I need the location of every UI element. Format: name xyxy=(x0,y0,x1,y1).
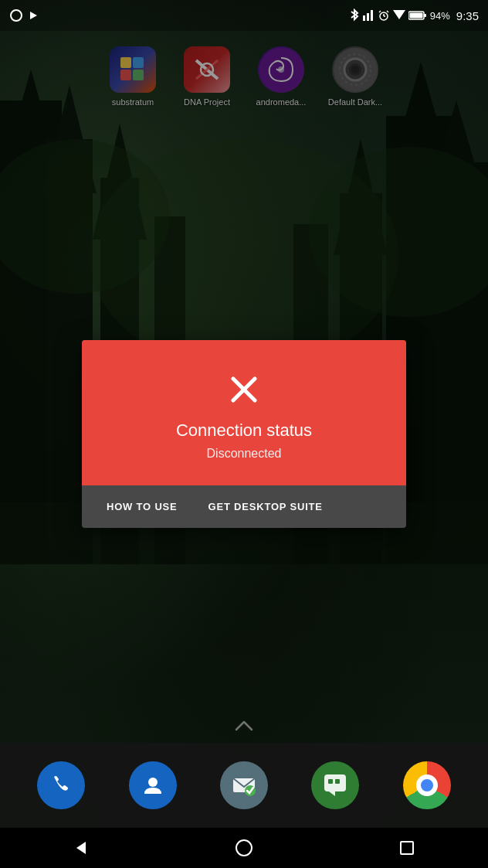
contacts-icon xyxy=(141,774,164,797)
dock-phone[interactable] xyxy=(37,761,85,809)
get-desktop-suite-button[interactable]: GET DESKTOP SUITE xyxy=(196,492,335,522)
alarm-icon xyxy=(378,9,390,22)
svg-point-56 xyxy=(236,840,252,856)
svg-marker-28 xyxy=(393,10,405,19)
svg-line-26 xyxy=(379,11,381,12)
svg-rect-31 xyxy=(409,13,422,19)
svg-rect-21 xyxy=(367,13,369,21)
wifi-signal-icon xyxy=(393,10,405,21)
battery-icon xyxy=(408,10,427,21)
svg-point-18 xyxy=(11,10,22,21)
sim-icon xyxy=(362,9,374,22)
svg-marker-19 xyxy=(30,12,37,19)
svg-rect-53 xyxy=(335,779,340,784)
chrome-inner-circle xyxy=(416,774,438,796)
svg-marker-55 xyxy=(76,842,86,854)
hangouts-icon xyxy=(323,773,347,798)
dialog-subtitle: Disconnected xyxy=(207,447,282,461)
svg-rect-30 xyxy=(424,14,426,17)
status-bar-right: 94% 9:35 xyxy=(350,9,479,22)
dialog-header: Connection status Disconnected xyxy=(82,340,406,485)
status-bar-left xyxy=(9,9,39,22)
how-to-use-button[interactable]: HOW TO USE xyxy=(94,492,190,522)
svg-point-48 xyxy=(148,778,158,787)
dock-hangouts[interactable] xyxy=(311,761,359,809)
nav-home-button[interactable] xyxy=(229,832,259,863)
svg-rect-52 xyxy=(328,779,333,784)
dialog-actions: HOW TO USE GET DESKTOP SUITE xyxy=(82,485,406,528)
svg-rect-57 xyxy=(401,842,413,854)
svg-rect-20 xyxy=(363,15,365,21)
dialog-overlay: Connection status Disconnected HOW TO US… xyxy=(0,0,488,868)
dock-chrome[interactable] xyxy=(403,761,451,809)
play-icon xyxy=(28,10,39,21)
circle-status-icon xyxy=(9,9,23,22)
nav-recents-button[interactable] xyxy=(391,832,422,863)
svg-rect-22 xyxy=(371,10,373,21)
svg-line-27 xyxy=(387,11,388,12)
phone-icon xyxy=(49,774,73,797)
nav-bar xyxy=(0,828,488,868)
disconnect-icon xyxy=(222,368,266,411)
dock-contacts[interactable] xyxy=(129,761,177,809)
app-dock xyxy=(0,743,488,828)
nav-back-button[interactable] xyxy=(66,832,97,863)
svg-marker-54 xyxy=(329,791,335,796)
battery-percent: 94% xyxy=(430,10,450,22)
bluetooth-icon xyxy=(350,9,359,22)
dialog-title: Connection status xyxy=(176,420,312,441)
status-bar: 94% 9:35 xyxy=(0,0,488,31)
connection-dialog: Connection status Disconnected HOW TO US… xyxy=(82,340,406,528)
inbox-icon xyxy=(232,774,256,797)
time-display: 9:35 xyxy=(456,9,479,22)
dock-inbox[interactable] xyxy=(220,761,268,809)
